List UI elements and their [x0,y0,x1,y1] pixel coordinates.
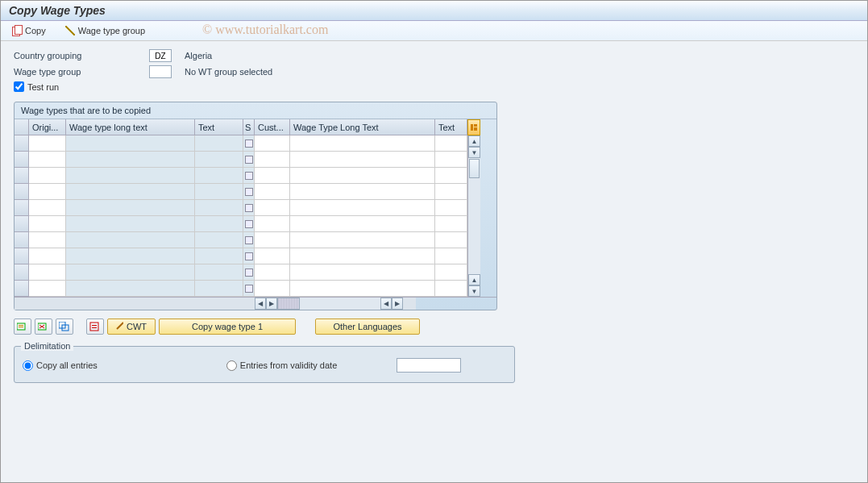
table-checkbox[interactable] [243,281,255,297]
table-cell[interactable] [435,152,467,168]
scroll-down-step-button[interactable]: ▼ [468,147,480,158]
table-cell[interactable] [255,135,290,152]
copy-all-radio[interactable] [23,360,33,371]
row-handle[interactable] [15,200,29,216]
table-cell[interactable] [255,184,290,200]
delimit-button[interactable] [86,319,104,335]
wage-type-group-button[interactable]: Wage type group [60,24,150,37]
scroll-up-step-button[interactable]: ▲ [468,274,480,285]
table-checkbox[interactable] [243,168,255,184]
col-header-wtlt-right[interactable]: Wage Type Long Text [290,119,435,135]
table-cell[interactable] [255,264,290,281]
svg-line-14 [117,323,123,329]
col-header-cust[interactable]: Cust... [255,119,290,135]
table-cell[interactable] [435,232,467,248]
row-handle[interactable] [15,281,29,297]
delete-row-button[interactable] [35,319,52,335]
hscroll-grip-left[interactable] [277,298,300,310]
table-checkbox[interactable] [243,135,255,152]
col-header-text-right[interactable]: Text [435,119,467,135]
row-handle[interactable] [15,135,29,152]
table-cell[interactable] [290,248,435,264]
row-handle[interactable] [15,248,29,264]
other-languages-button[interactable]: Other Languages [315,319,420,335]
table-checkbox[interactable] [243,152,255,168]
table-cell[interactable] [29,184,66,200]
table-cell[interactable] [290,264,435,281]
table-cell[interactable] [290,216,435,232]
scroll-up-button[interactable]: ▲ [468,135,480,147]
table-cell[interactable] [29,168,66,184]
test-run-checkbox[interactable] [14,81,24,92]
table-cell[interactable] [29,281,66,297]
row-handle[interactable] [15,152,29,168]
table-cell[interactable] [29,232,66,248]
select-all-handle[interactable] [15,119,29,135]
scroll-down-button[interactable]: ▼ [468,285,480,297]
table-cell[interactable] [255,168,290,184]
table-cell[interactable] [255,232,290,248]
table-checkbox[interactable] [243,232,255,248]
copy-wage-type-1-button[interactable]: Copy wage type 1 [159,319,296,335]
table-checkbox[interactable] [243,264,255,281]
table-cell[interactable] [255,281,290,297]
table-cell[interactable] [290,152,435,168]
row-handle[interactable] [15,264,29,281]
table-cell[interactable] [435,135,467,152]
table-cell[interactable] [255,152,290,168]
table-cell[interactable] [29,248,66,264]
table-cell[interactable] [29,200,66,216]
country-grouping-input[interactable] [149,49,172,62]
row-handle[interactable] [15,216,29,232]
table-cell[interactable] [435,216,467,232]
table-cell[interactable] [290,281,435,297]
hscroll-right-button[interactable]: ▶ [266,298,277,310]
table-cell[interactable] [255,216,290,232]
validity-date-input[interactable] [397,358,461,373]
copy-button[interactable]: Copy [7,24,51,37]
table-checkbox[interactable] [243,184,255,200]
table-checkbox[interactable] [243,200,255,216]
table-cell[interactable] [29,264,66,281]
table-cell[interactable] [255,200,290,216]
hscroll-track[interactable] [300,298,380,310]
table-cell[interactable] [435,264,467,281]
hscroll-left-button-2[interactable]: ◀ [380,298,392,310]
row-handle[interactable] [15,232,29,248]
table-cell[interactable] [29,216,66,232]
hscroll-left-button[interactable]: ◀ [255,298,266,310]
table-cell[interactable] [290,232,435,248]
table-cell[interactable] [435,248,467,264]
col-header-wtlt[interactable]: Wage type long text [66,119,195,135]
entries-from-radio[interactable] [226,360,237,371]
scroll-thumb[interactable] [469,159,480,178]
wage-type-group-input[interactable] [149,65,172,78]
table-cell[interactable] [435,200,467,216]
table-config-button[interactable] [467,119,480,135]
entries-from-radio-item[interactable]: Entries from validity date [226,358,461,373]
copy-row-button[interactable] [56,319,73,335]
table-cell[interactable] [29,152,66,168]
col-header-origin[interactable]: Origi... [29,119,66,135]
row-handle[interactable] [15,184,29,200]
col-header-text-left[interactable]: Text [195,119,243,135]
cwt-button[interactable]: CWT [107,319,156,335]
table-cell[interactable] [290,184,435,200]
table-cell[interactable] [29,135,66,152]
table-cell[interactable] [435,281,467,297]
table-cell[interactable] [290,200,435,216]
table-cell[interactable] [290,135,435,152]
row-handle[interactable] [15,168,29,184]
table-cell[interactable] [435,184,467,200]
table-cell[interactable] [435,168,467,184]
hscroll-right-button-2[interactable]: ▶ [392,298,403,310]
table-checkbox[interactable] [243,216,255,232]
copy-all-radio-item[interactable]: Copy all entries [23,360,98,371]
vertical-scrollbar[interactable]: ▲ ▼ ▲ ▼ [467,135,480,297]
table-cell[interactable] [290,168,435,184]
table-cell[interactable] [255,248,290,264]
scroll-track[interactable] [468,179,480,274]
table-checkbox[interactable] [243,248,255,264]
col-header-s[interactable]: S [243,119,255,135]
insert-row-button[interactable] [14,319,31,335]
